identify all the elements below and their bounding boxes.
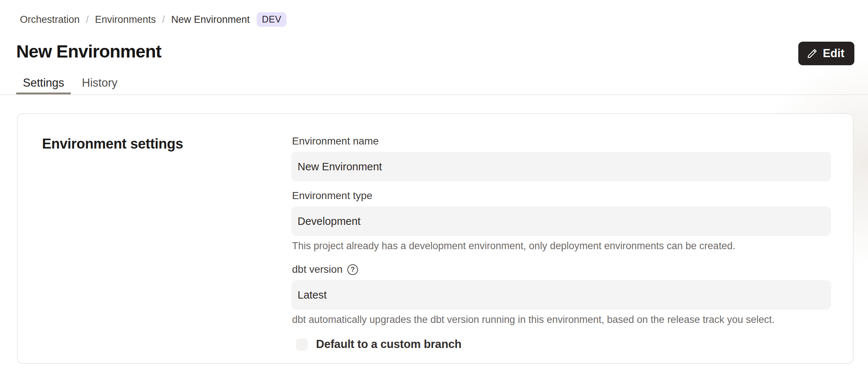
breadcrumb-item-orchestration[interactable]: Orchestration bbox=[20, 14, 80, 25]
custom-branch-checkbox bbox=[296, 338, 308, 351]
breadcrumb: Orchestration / Environments / New Envir… bbox=[20, 12, 287, 27]
tab-history[interactable]: History bbox=[75, 71, 124, 94]
card-heading: Environment settings bbox=[42, 136, 183, 152]
dbt-version-input: Latest bbox=[291, 280, 831, 310]
environment-type-input: Development bbox=[291, 206, 831, 236]
environment-settings-card: Environment settings Environment name Ne… bbox=[17, 113, 854, 364]
environment-dev-badge: DEV bbox=[257, 12, 287, 27]
environment-name-input: New Environment bbox=[291, 152, 831, 181]
dbt-version-helper-text: dbt automatically upgrades the dbt versi… bbox=[292, 313, 831, 326]
pencil-icon bbox=[807, 48, 818, 59]
field-environment-name: Environment name New Environment bbox=[291, 135, 831, 181]
field-environment-type: Environment type Development This projec… bbox=[291, 189, 831, 252]
tab-settings[interactable]: Settings bbox=[16, 71, 71, 94]
tab-bar: Settings History bbox=[0, 71, 868, 95]
dbt-version-label: dbt version bbox=[292, 263, 343, 276]
edit-button-label: Edit bbox=[823, 47, 844, 60]
edit-button[interactable]: Edit bbox=[798, 42, 854, 65]
environment-type-label: Environment type bbox=[292, 189, 831, 202]
environment-settings-form: Environment name New Environment Environ… bbox=[291, 135, 831, 351]
field-dbt-version: dbt version ? Latest dbt automatically u… bbox=[291, 263, 831, 326]
environment-name-label: Environment name bbox=[292, 135, 831, 147]
breadcrumb-separator: / bbox=[86, 14, 89, 25]
environment-type-helper-text: This project already has a development e… bbox=[292, 240, 831, 252]
breadcrumb-item-new-environment[interactable]: New Environment bbox=[171, 14, 250, 25]
breadcrumb-separator: / bbox=[162, 14, 165, 25]
custom-branch-label: Default to a custom branch bbox=[316, 338, 461, 351]
breadcrumb-item-environments[interactable]: Environments bbox=[95, 14, 156, 25]
custom-branch-row: Default to a custom branch bbox=[296, 338, 831, 351]
page-title: New Environment bbox=[16, 41, 161, 62]
question-circle-icon[interactable]: ? bbox=[347, 264, 358, 275]
